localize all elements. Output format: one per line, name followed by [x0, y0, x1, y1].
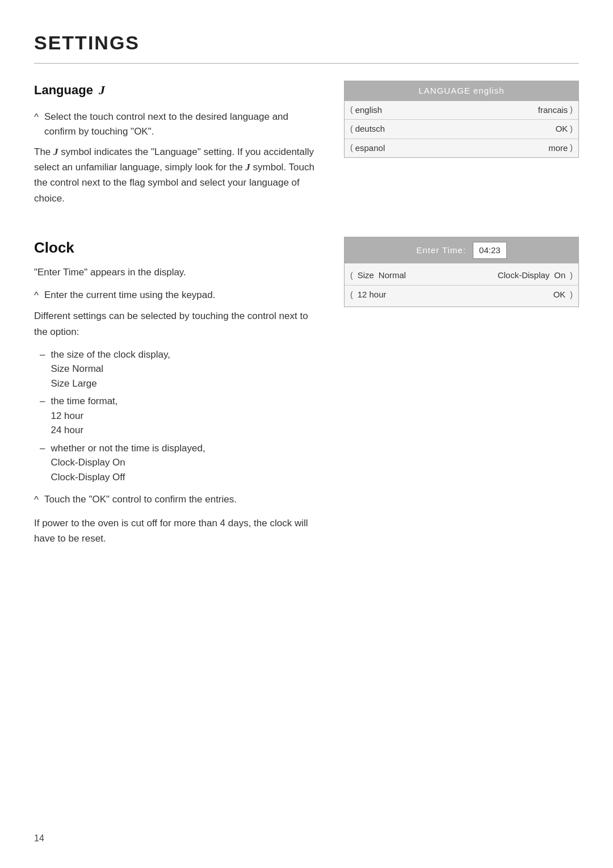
clock-right-col: Enter Time: 04:23 ( Size Normal Clock-Di… [344, 237, 579, 308]
clock-dash-list: – the size of the clock display, Size No… [40, 347, 321, 485]
paren-right-1: ) [570, 104, 573, 116]
clock-bullet-1-text: Enter the current time using the keypad. [44, 288, 215, 303]
language-option-francais: francais [538, 104, 568, 117]
paren-left-2: ( [350, 123, 353, 135]
clock-12hour-label: 12 hour [358, 288, 387, 301]
clock-body-1: Different settings can be selected by to… [34, 308, 321, 339]
language-heading: Language J [34, 81, 321, 99]
dash-item-display-sub1: Clock-Display On [51, 455, 205, 470]
language-option-deutsch: deutsch [355, 123, 385, 136]
dash-item-display-sub2: Clock-Display Off [51, 470, 205, 485]
clock-intro: "Enter Time" appears in the display. [34, 265, 321, 280]
paren-right-3: ) [570, 142, 573, 154]
dash-icon-2: – [40, 394, 45, 438]
dash-item-size-sub2: Size Large [51, 376, 170, 391]
language-display-header: LANGUAGE english [345, 81, 578, 101]
language-flag-symbol: J [99, 83, 105, 97]
dash-item-format-label: the time format, [51, 394, 117, 409]
language-option-english: english [355, 104, 383, 117]
language-option-more: more [548, 142, 568, 155]
clock-size-value: Normal [379, 269, 406, 282]
dash-item-format: – the time format, 12 hour 24 hour [40, 394, 321, 438]
language-display-box: LANGUAGE english ( english francais ) ( … [344, 81, 579, 158]
language-row-espanol: ( espanol more ) [345, 139, 578, 158]
clock-section: Clock "Enter Time" appears in the displa… [34, 237, 579, 554]
language-body-1: The J symbol indicates the "Language" se… [34, 144, 321, 206]
clock-body-2: If power to the oven is cut off for more… [34, 515, 321, 546]
clock-row-12hour: ( 12 hour OK ) [345, 286, 578, 304]
clock-paren-left-2: ( [350, 289, 353, 301]
language-row-english: ( english francais ) [345, 101, 578, 120]
dash-item-format-sub2: 24 hour [51, 423, 117, 438]
clock-display-box: Enter Time: 04:23 ( Size Normal Clock-Di… [344, 237, 579, 308]
dash-icon-1: – [40, 347, 45, 391]
clock-display-value: On [554, 269, 565, 282]
language-row-deutsch: ( deutsch OK ) [345, 120, 578, 139]
caret-icon-3: ^ [34, 493, 39, 508]
dash-item-display-label: whether or not the time is displayed, [51, 441, 205, 456]
paren-left-3: ( [350, 142, 353, 154]
page-number: 14 [34, 832, 44, 845]
dash-item-size: – the size of the clock display, Size No… [40, 347, 321, 391]
clock-row-size: ( Size Normal Clock-Display On ) [345, 266, 578, 286]
clock-display-header: Enter Time: 04:23 [345, 237, 578, 264]
clock-paren-right-2: ) [570, 289, 573, 301]
language-option-espanol: espanol [355, 142, 385, 155]
clock-paren-left-1: ( [350, 270, 353, 282]
dash-icon-3: – [40, 441, 45, 485]
dash-item-format-sub1: 12 hour [51, 409, 117, 423]
clock-heading: Clock [34, 237, 321, 259]
clock-left-col: Clock "Enter Time" appears in the displa… [34, 237, 321, 554]
clock-time-value: 04:23 [473, 242, 507, 259]
dash-item-size-sub1: Size Normal [51, 362, 170, 376]
caret-icon-2: ^ [34, 288, 39, 303]
language-bullet-1-text: Select the touch control next to the des… [44, 110, 321, 139]
dash-item-size-label: the size of the clock display, [51, 347, 170, 362]
clock-bullet-2: ^ Touch the "OK" control to confirm the … [34, 492, 321, 508]
page-title: SETTINGS [34, 28, 579, 57]
title-divider [34, 63, 579, 64]
clock-bullet-1: ^ Enter the current time using the keypa… [34, 288, 321, 303]
clock-enter-time-label: Enter Time: [416, 244, 466, 257]
paren-right-2: ) [570, 123, 573, 135]
clock-display-label: Clock-Display [498, 269, 550, 282]
dash-item-display: – whether or not the time is displayed, … [40, 441, 321, 485]
flag-symbol-inline-2: J [245, 162, 250, 173]
language-bullet-1: ^ Select the touch control next to the d… [34, 110, 321, 139]
language-right-col: LANGUAGE english ( english francais ) ( … [344, 81, 579, 158]
clock-bullet-2-text: Touch the "OK" control to confirm the en… [44, 492, 237, 508]
clock-paren-right-1: ) [570, 270, 573, 282]
clock-size-label: Size [358, 269, 374, 282]
language-section: Language J ^ Select the touch control ne… [34, 81, 579, 214]
flag-symbol-inline-1: J [53, 146, 58, 157]
language-option-ok: OK [556, 123, 568, 136]
language-left-col: Language J ^ Select the touch control ne… [34, 81, 321, 214]
paren-left-1: ( [350, 104, 353, 116]
caret-icon-1: ^ [34, 110, 39, 139]
clock-ok-label: OK [553, 288, 566, 301]
